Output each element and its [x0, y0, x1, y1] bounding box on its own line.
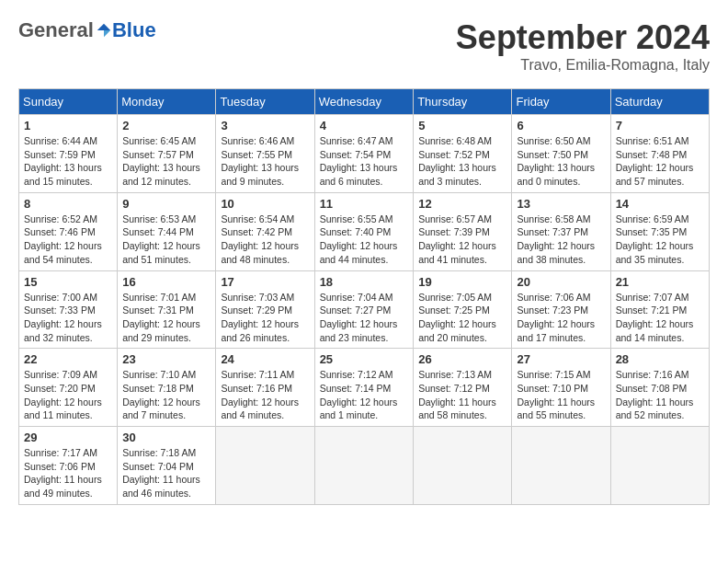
- calendar-cell: 22Sunrise: 7:09 AM Sunset: 7:20 PM Dayli…: [19, 349, 118, 427]
- calendar-cell: 5Sunrise: 6:48 AM Sunset: 7:52 PM Daylig…: [414, 115, 512, 193]
- day-info: Sunrise: 7:00 AM Sunset: 7:33 PM Dayligh…: [24, 291, 112, 345]
- day-info: Sunrise: 7:04 AM Sunset: 7:27 PM Dayligh…: [320, 291, 409, 345]
- day-info: Sunrise: 7:10 AM Sunset: 7:18 PM Dayligh…: [122, 368, 210, 422]
- calendar-cell: 27Sunrise: 7:15 AM Sunset: 7:10 PM Dayli…: [512, 349, 610, 427]
- calendar-cell: 16Sunrise: 7:01 AM Sunset: 7:31 PM Dayli…: [118, 270, 216, 349]
- day-number: 26: [418, 352, 506, 366]
- day-number: 9: [122, 197, 210, 211]
- calendar-cell: [314, 427, 414, 505]
- day-number: 27: [517, 352, 605, 366]
- calendar-table: SundayMondayTuesdayWednesdayThursdayFrid…: [18, 88, 710, 505]
- day-number: 16: [122, 275, 210, 289]
- day-number: 1: [24, 119, 112, 132]
- calendar-cell: 25Sunrise: 7:12 AM Sunset: 7:14 PM Dayli…: [314, 349, 414, 427]
- calendar-cell: 21Sunrise: 7:07 AM Sunset: 7:21 PM Dayli…: [610, 270, 709, 349]
- day-info: Sunrise: 6:52 AM Sunset: 7:46 PM Dayligh…: [24, 213, 112, 267]
- day-info: Sunrise: 7:13 AM Sunset: 7:12 PM Dayligh…: [418, 368, 506, 422]
- day-number: 3: [221, 119, 309, 132]
- calendar-cell: 30Sunrise: 7:18 AM Sunset: 7:04 PM Dayli…: [118, 427, 216, 505]
- calendar-cell: 4Sunrise: 6:47 AM Sunset: 7:54 PM Daylig…: [314, 115, 414, 193]
- day-info: Sunrise: 6:45 AM Sunset: 7:57 PM Dayligh…: [122, 134, 210, 189]
- day-info: Sunrise: 6:48 AM Sunset: 7:52 PM Dayligh…: [418, 134, 506, 189]
- calendar-cell: 11Sunrise: 6:55 AM Sunset: 7:40 PM Dayli…: [314, 192, 414, 270]
- calendar-cell: [512, 427, 610, 505]
- day-number: 17: [221, 275, 309, 289]
- day-number: 19: [418, 275, 506, 289]
- day-number: 5: [418, 119, 506, 132]
- day-number: 4: [320, 119, 409, 132]
- day-info: Sunrise: 7:16 AM Sunset: 7:08 PM Dayligh…: [616, 368, 704, 422]
- day-info: Sunrise: 6:57 AM Sunset: 7:39 PM Dayligh…: [418, 213, 506, 267]
- day-number: 30: [122, 431, 210, 444]
- calendar-cell: 7Sunrise: 6:51 AM Sunset: 7:48 PM Daylig…: [610, 115, 709, 193]
- logo: General Blue: [18, 18, 156, 42]
- calendar-cell: 26Sunrise: 7:13 AM Sunset: 7:12 PM Dayli…: [414, 349, 512, 427]
- day-number: 10: [221, 197, 309, 211]
- day-number: 14: [616, 197, 704, 211]
- day-info: Sunrise: 6:54 AM Sunset: 7:42 PM Dayligh…: [221, 213, 309, 267]
- title-block: September 2024 Travo, Emilia-Romagna, It…: [456, 18, 710, 74]
- day-info: Sunrise: 7:11 AM Sunset: 7:16 PM Dayligh…: [221, 368, 309, 422]
- day-info: Sunrise: 6:59 AM Sunset: 7:35 PM Dayligh…: [616, 213, 704, 267]
- day-info: Sunrise: 7:06 AM Sunset: 7:23 PM Dayligh…: [517, 291, 605, 345]
- day-info: Sunrise: 6:47 AM Sunset: 7:54 PM Dayligh…: [320, 134, 409, 189]
- day-info: Sunrise: 6:51 AM Sunset: 7:48 PM Dayligh…: [616, 134, 704, 189]
- calendar-week-row: 1Sunrise: 6:44 AM Sunset: 7:59 PM Daylig…: [19, 115, 710, 193]
- location-title: Travo, Emilia-Romagna, Italy: [456, 57, 710, 74]
- day-number: 6: [517, 119, 605, 132]
- calendar-cell: 13Sunrise: 6:58 AM Sunset: 7:37 PM Dayli…: [512, 192, 610, 270]
- svg-marker-1: [104, 30, 110, 37]
- day-info: Sunrise: 6:50 AM Sunset: 7:50 PM Dayligh…: [517, 134, 605, 189]
- calendar-cell: 8Sunrise: 6:52 AM Sunset: 7:46 PM Daylig…: [19, 192, 118, 270]
- day-info: Sunrise: 6:46 AM Sunset: 7:55 PM Dayligh…: [221, 134, 309, 189]
- day-number: 8: [24, 197, 112, 211]
- logo-general: General: [18, 18, 94, 42]
- day-info: Sunrise: 7:12 AM Sunset: 7:14 PM Dayligh…: [320, 368, 409, 422]
- weekday-header: Sunday: [19, 89, 118, 115]
- calendar-cell: 2Sunrise: 6:45 AM Sunset: 7:57 PM Daylig…: [118, 115, 216, 193]
- logo-blue: Blue: [112, 18, 156, 42]
- day-number: 24: [221, 352, 309, 366]
- day-number: 21: [616, 275, 704, 289]
- day-number: 18: [320, 275, 409, 289]
- calendar-cell: 17Sunrise: 7:03 AM Sunset: 7:29 PM Dayli…: [216, 270, 314, 349]
- day-info: Sunrise: 7:07 AM Sunset: 7:21 PM Dayligh…: [616, 291, 704, 345]
- day-info: Sunrise: 6:55 AM Sunset: 7:40 PM Dayligh…: [320, 213, 409, 267]
- day-number: 28: [616, 352, 704, 366]
- day-info: Sunrise: 6:44 AM Sunset: 7:59 PM Dayligh…: [24, 134, 112, 189]
- calendar-week-row: 22Sunrise: 7:09 AM Sunset: 7:20 PM Dayli…: [19, 349, 710, 427]
- calendar-cell: 29Sunrise: 7:17 AM Sunset: 7:06 PM Dayli…: [19, 427, 118, 505]
- day-number: 23: [122, 352, 210, 366]
- calendar-cell: [414, 427, 512, 505]
- day-number: 11: [320, 197, 409, 211]
- calendar-cell: [216, 427, 314, 505]
- calendar-header-row: SundayMondayTuesdayWednesdayThursdayFrid…: [19, 89, 710, 115]
- day-info: Sunrise: 7:17 AM Sunset: 7:06 PM Dayligh…: [24, 446, 112, 500]
- calendar-cell: 3Sunrise: 6:46 AM Sunset: 7:55 PM Daylig…: [216, 115, 314, 193]
- logo-icon: [96, 22, 112, 39]
- day-info: Sunrise: 7:18 AM Sunset: 7:04 PM Dayligh…: [122, 446, 210, 500]
- calendar-cell: 14Sunrise: 6:59 AM Sunset: 7:35 PM Dayli…: [610, 192, 709, 270]
- calendar-cell: 1Sunrise: 6:44 AM Sunset: 7:59 PM Daylig…: [19, 115, 118, 193]
- calendar-week-row: 8Sunrise: 6:52 AM Sunset: 7:46 PM Daylig…: [19, 192, 710, 270]
- calendar-week-row: 29Sunrise: 7:17 AM Sunset: 7:06 PM Dayli…: [19, 427, 710, 505]
- calendar-cell: 12Sunrise: 6:57 AM Sunset: 7:39 PM Dayli…: [414, 192, 512, 270]
- calendar-cell: 19Sunrise: 7:05 AM Sunset: 7:25 PM Dayli…: [414, 270, 512, 349]
- calendar-cell: [610, 427, 709, 505]
- calendar-cell: 24Sunrise: 7:11 AM Sunset: 7:16 PM Dayli…: [216, 349, 314, 427]
- weekday-header: Wednesday: [314, 89, 414, 115]
- calendar-cell: 23Sunrise: 7:10 AM Sunset: 7:18 PM Dayli…: [118, 349, 216, 427]
- day-number: 20: [517, 275, 605, 289]
- calendar-cell: 18Sunrise: 7:04 AM Sunset: 7:27 PM Dayli…: [314, 270, 414, 349]
- day-number: 12: [418, 197, 506, 211]
- day-number: 13: [517, 197, 605, 211]
- month-title: September 2024: [456, 18, 710, 57]
- weekday-header: Thursday: [414, 89, 512, 115]
- day-number: 7: [616, 119, 704, 132]
- day-info: Sunrise: 7:05 AM Sunset: 7:25 PM Dayligh…: [418, 291, 506, 345]
- calendar-cell: 20Sunrise: 7:06 AM Sunset: 7:23 PM Dayli…: [512, 270, 610, 349]
- page-header: General Blue September 2024 Travo, Emili…: [18, 18, 710, 74]
- calendar-cell: 9Sunrise: 6:53 AM Sunset: 7:44 PM Daylig…: [118, 192, 216, 270]
- weekday-header: Tuesday: [216, 89, 314, 115]
- calendar-week-row: 15Sunrise: 7:00 AM Sunset: 7:33 PM Dayli…: [19, 270, 710, 349]
